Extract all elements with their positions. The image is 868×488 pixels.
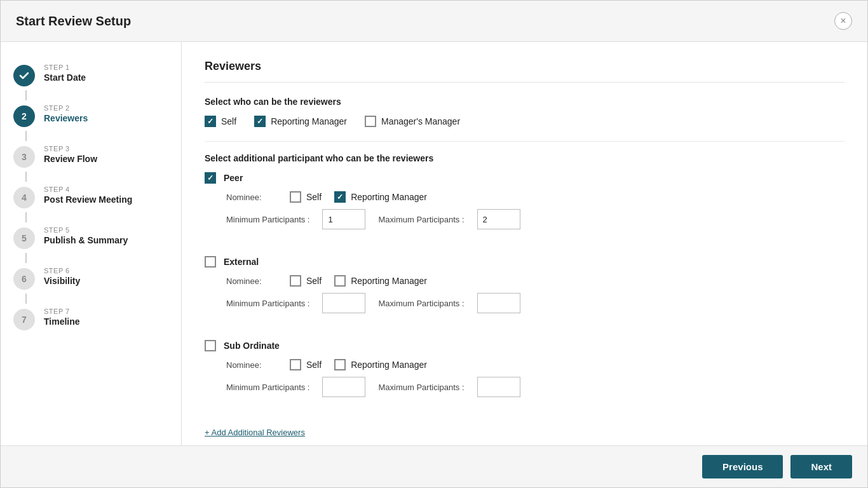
modal-title: Start Review Setup: [16, 14, 131, 29]
checkbox-peer_self[interactable]: [290, 191, 301, 203]
label-sub_self: Self: [306, 360, 322, 370]
participant-block-external: External Nominee: Self Reporting Manager…: [205, 256, 844, 326]
participant-name-peer: Peer: [224, 173, 243, 183]
min-input-peer[interactable]: [322, 209, 365, 229]
sidebar-step-4[interactable]: 4 STEP 4 Post Review Meeting: [1, 177, 181, 217]
participant-header-external: External: [205, 256, 844, 268]
next-button[interactable]: Next: [790, 455, 852, 478]
nominee-option-sub_self[interactable]: Self: [290, 359, 322, 370]
nominee-row-external: Nominee: Self Reporting Manager: [226, 275, 844, 287]
step-text-3: STEP 3 Review Flow: [44, 145, 97, 164]
step-label-6: STEP 6: [44, 267, 80, 274]
participants-container: Peer Nominee: Self Reporting Manager Min…: [205, 172, 844, 410]
step-label-3: STEP 3: [44, 145, 97, 152]
max-label-peer: Maximum Participants :: [378, 215, 464, 224]
nominee-label-sub_ordinate: Nominee:: [226, 360, 277, 370]
participant-block-peer: Peer Nominee: Self Reporting Manager Min…: [205, 172, 844, 242]
step-label-1: STEP 1: [44, 64, 86, 71]
step-name-7: Timeline: [44, 316, 80, 327]
step-circle-6: 6: [13, 268, 35, 290]
step-name-4: Post Review Meeting: [44, 194, 132, 205]
min-input-sub_ordinate[interactable]: [322, 377, 365, 397]
sidebar: STEP 1 Start Date 2 STEP 2 Reviewers 3 S…: [1, 42, 182, 445]
nominee-option-peer_self[interactable]: Self: [290, 191, 322, 203]
nominee-option-peer_rm[interactable]: Reporting Manager: [334, 191, 427, 203]
nominee-row-sub_ordinate: Nominee: Self Reporting Manager: [226, 359, 844, 370]
modal-footer: Previous Next: [1, 445, 867, 487]
step-circle-4: 4: [13, 187, 35, 208]
participant-block-sub_ordinate: Sub Ordinate Nominee: Self Reporting Man…: [205, 340, 844, 410]
step-label-4: STEP 4: [44, 186, 132, 193]
step-circle-2: 2: [13, 105, 35, 127]
participant-header-peer: Peer: [205, 172, 844, 184]
participants-row-sub_ordinate: Minimum Participants : Maximum Participa…: [226, 377, 844, 397]
sidebar-step-1[interactable]: STEP 1 Start Date: [1, 55, 181, 95]
step-name-3: Review Flow: [44, 154, 97, 164]
section-title: Reviewers: [205, 60, 844, 83]
modal: Start Review Setup × STEP 1 Start Date 2…: [0, 0, 868, 488]
sidebar-step-5[interactable]: 5 STEP 5 Publish & Summary: [1, 217, 181, 258]
checkbox-ext_rm[interactable]: [334, 275, 346, 287]
sidebar-step-7[interactable]: 7 STEP 7 Timeline: [1, 299, 181, 339]
checkbox-managers_manager[interactable]: [365, 116, 376, 127]
checkbox-self[interactable]: [205, 116, 216, 127]
nominee-option-ext_rm[interactable]: Reporting Manager: [334, 275, 427, 287]
reviewer-option-managers_manager[interactable]: Manager's Manager: [365, 116, 460, 127]
previous-button[interactable]: Previous: [702, 455, 783, 478]
sidebar-step-6[interactable]: 6 STEP 6 Visibility: [1, 258, 181, 299]
step-circle-5: 5: [13, 227, 35, 249]
divider: [205, 141, 844, 142]
max-label-external: Maximum Participants :: [378, 299, 464, 308]
step-name-1: Start Date: [44, 72, 86, 83]
participants-row-peer: Minimum Participants : Maximum Participa…: [226, 209, 844, 229]
participant-name-sub_ordinate: Sub Ordinate: [224, 341, 280, 351]
label-ext_self: Self: [306, 276, 322, 286]
checkbox-participant-external[interactable]: [205, 256, 216, 268]
max-input-sub_ordinate[interactable]: [477, 377, 520, 397]
modal-body: STEP 1 Start Date 2 STEP 2 Reviewers 3 S…: [1, 42, 867, 445]
min-label-peer: Minimum Participants :: [226, 215, 309, 224]
additional-label: Select additional participant who can be…: [205, 153, 844, 163]
max-input-external[interactable]: [477, 293, 520, 313]
step-circle-3: 3: [13, 146, 35, 168]
step-text-5: STEP 5 Publish & Summary: [44, 226, 128, 245]
reviewer-option-reporting_manager[interactable]: Reporting Manager: [254, 116, 347, 127]
participant-header-sub_ordinate: Sub Ordinate: [205, 340, 844, 351]
step-text-1: STEP 1 Start Date: [44, 64, 86, 83]
nominee-option-sub_rm[interactable]: Reporting Manager: [334, 359, 427, 370]
step-circle-1: [13, 65, 35, 86]
label-sub_rm: Reporting Manager: [351, 360, 427, 370]
min-label-sub_ordinate: Minimum Participants :: [226, 383, 309, 392]
label-self: Self: [221, 116, 236, 126]
nominee-option-ext_self[interactable]: Self: [290, 275, 322, 287]
close-button[interactable]: ×: [834, 12, 852, 30]
label-managers_manager: Manager's Manager: [381, 116, 460, 126]
checkbox-participant-peer[interactable]: [205, 172, 216, 184]
checkbox-sub_self[interactable]: [290, 359, 301, 370]
checkbox-ext_self[interactable]: [290, 275, 301, 287]
checkbox-sub_rm[interactable]: [334, 359, 346, 370]
step-name-5: Publish & Summary: [44, 235, 128, 245]
reviewer-option-self[interactable]: Self: [205, 116, 236, 127]
step-circle-7: 7: [13, 309, 35, 330]
step-label-5: STEP 5: [44, 226, 128, 234]
step-name-2: Reviewers: [44, 113, 88, 123]
min-label-external: Minimum Participants :: [226, 299, 309, 308]
step-text-4: STEP 4 Post Review Meeting: [44, 186, 132, 205]
step-text-2: STEP 2 Reviewers: [44, 104, 88, 123]
sidebar-step-3[interactable]: 3 STEP 3 Review Flow: [1, 136, 181, 177]
main-content: Reviewers Select who can be the reviewer…: [182, 42, 867, 445]
step-label-2: STEP 2: [44, 104, 88, 112]
checkbox-peer_rm[interactable]: [334, 191, 346, 203]
label-peer_self: Self: [306, 192, 322, 202]
add-link[interactable]: + Add Additional Reviewers: [205, 428, 305, 437]
nominee-label-peer: Nominee:: [226, 193, 277, 202]
max-input-peer[interactable]: [477, 209, 520, 229]
sidebar-step-2[interactable]: 2 STEP 2 Reviewers: [1, 95, 181, 136]
label-reporting_manager: Reporting Manager: [271, 116, 347, 126]
checkbox-participant-sub_ordinate[interactable]: [205, 340, 216, 351]
min-input-external[interactable]: [322, 293, 365, 313]
checkbox-reporting_manager[interactable]: [254, 116, 266, 127]
label-peer_rm: Reporting Manager: [351, 192, 427, 202]
label-ext_rm: Reporting Manager: [351, 276, 427, 286]
